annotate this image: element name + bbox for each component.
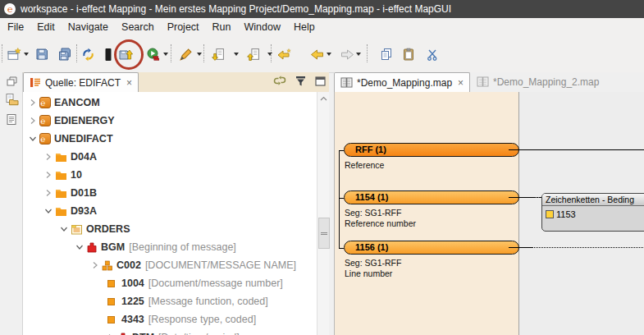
close-icon[interactable]: × [458,78,464,88]
new-wizard-dropdown[interactable] [24,53,29,56]
menu-window[interactable]: Window [238,18,287,36]
menu-search[interactable]: Search [115,18,161,36]
pen-button[interactable] [176,45,194,63]
folder-icon [55,188,67,199]
new-wizard-button[interactable] [5,45,23,63]
node-rff[interactable]: RFF (1) [344,143,519,157]
tree-item-dtm[interactable]: DTM[Date/time/period] [23,328,329,335]
segment-icon [86,242,98,253]
paste-button[interactable] [400,45,418,63]
tree-item-d04a[interactable]: D04A [23,148,329,166]
editor-tabbar: *Demo_Mapping.map × *Demo_Mapping_2.map [334,72,644,93]
tree-item-orders[interactable]: ORDERS [23,220,329,238]
run-mapping-button[interactable] [144,45,162,63]
toolbar-separator [2,44,2,62]
segment-icon [117,333,129,335]
node-1154[interactable]: 1154 (1) [344,190,519,204]
refresh-button[interactable] [79,45,97,63]
import-dropdown[interactable] [234,53,239,56]
chevron-right-icon[interactable] [89,261,102,269]
tree-item-d01b[interactable]: D01B [23,184,329,202]
chevron-right-icon[interactable] [26,99,39,107]
node-1156-caption: Line number [345,268,392,278]
restore-view-icon[interactable] [3,74,20,89]
scrollbar-thumb[interactable] [318,218,330,249]
tab-quelle-edifact[interactable]: Quelle: EDIFACT × [23,72,139,92]
mapping-line-rff [509,149,644,150]
tree-item-bgm[interactable]: BGM[Beginning of message] [23,238,329,256]
tree-item-d93a[interactable]: D93A [23,202,329,220]
tree-item-c002[interactable]: C002[DOCUMENT/MESSAGE NAME] [23,256,329,274]
tree-item-eancom[interactable]: ℮ EANCOM [23,94,329,112]
chevron-right-icon[interactable] [26,117,39,125]
scroll-up-icon[interactable] [317,92,330,105]
menu-run[interactable]: Run [206,18,238,36]
scrollbar-grip [321,232,327,235]
application-window: ℮ workspace - i-effect Mapping - Mein er… [0,0,644,335]
tab-demo-mapping-2[interactable]: *Demo_Mapping_2.map [471,72,605,91]
import-button[interactable] [208,45,226,63]
pen-dropdown[interactable] [197,53,202,56]
export-dropdown[interactable] [267,53,272,56]
tree-item-4343[interactable]: 4343[Response type, coded] [23,310,329,328]
run-dropdown[interactable] [163,53,168,56]
menu-help[interactable]: Help [287,18,322,36]
function-box-zeichenketten[interactable]: Zeichenketten - Beding 1153 [541,193,644,232]
chevron-down-icon[interactable] [73,244,86,250]
tree-item-edienergy[interactable]: ℮ EDIENERGY [23,112,329,130]
function-box-item-1153[interactable]: 1153 [542,206,644,219]
document-view-icon[interactable] [3,112,20,126]
link-with-editor-icon[interactable] [273,75,286,89]
toolbar-separator [367,44,368,62]
maximize-icon[interactable] [315,75,326,89]
back-button[interactable] [308,45,326,63]
forward-dropdown[interactable] [356,53,361,56]
node-1156[interactable]: 1156 (1) [344,241,519,255]
menu-file[interactable]: File [0,18,30,36]
back-dropdown[interactable] [327,53,331,56]
titlebar: ℮ workspace - i-effect Mapping - Mein er… [0,0,644,18]
node-1154-caption: Reference number [345,218,416,228]
close-icon[interactable]: × [126,78,132,88]
toolbar-separator [203,44,204,62]
save-button[interactable] [33,45,51,63]
source-view: Quelle: EDIFACT × [23,72,329,335]
filter-icon[interactable] [295,75,306,89]
mapping-canvas[interactable]: RFF (1) Reference 1154 (1) Seg: SG1-RFF … [334,92,644,335]
last-edit-location-button[interactable] [276,45,294,63]
chevron-down-icon[interactable] [42,208,55,214]
chevron-right-icon[interactable] [42,153,55,161]
copy-button[interactable] [377,45,395,63]
function-box-item-label: 1153 [556,209,576,219]
tree-scrollbar[interactable] [317,92,329,335]
main-area: Quelle: EDIFACT × [0,72,644,335]
window-title: workspace - i-effect Mapping - Mein erst… [21,3,451,15]
menu-edit[interactable]: Edit [30,18,62,36]
tree-item-unedifact[interactable]: ℮ UNEDIFACT [23,130,329,148]
menu-navigate[interactable]: Navigate [62,18,115,36]
chevron-down-icon[interactable] [57,226,71,232]
tree-item-1225[interactable]: 1225[Message function, coded] [23,292,329,310]
project-view-icon[interactable] [3,92,20,107]
mapping-line-1156-dotted [532,247,644,248]
annotation-circle [114,39,144,70]
mapping-editor: *Demo_Mapping.map × *Demo_Mapping_2.map … [334,72,644,335]
export-button[interactable] [244,45,262,63]
cut-button[interactable] [423,45,441,63]
toolbar-separator [76,44,77,62]
menubar: File Edit Navigate Search Project Run Wi… [0,18,644,36]
tree-item-1004[interactable]: 1004[Document/message number] [23,274,329,292]
tree-item-10[interactable]: 10 [23,166,329,184]
chevron-right-icon[interactable] [42,171,55,179]
node-rff-caption: Reference [345,160,384,170]
app-logo-icon: ℮ [4,3,16,15]
menu-project[interactable]: Project [161,18,206,36]
source-tab-label: Quelle: EDIFACT [45,77,121,89]
forward-button[interactable] [338,45,356,63]
chevron-right-icon[interactable] [42,189,55,197]
mapping-line-1154 [509,197,533,198]
tab-demo-mapping[interactable]: *Demo_Mapping.map × [334,72,470,92]
data-element-icon [107,298,115,305]
chevron-down-icon[interactable] [26,135,39,142]
save-all-button[interactable] [56,45,74,63]
